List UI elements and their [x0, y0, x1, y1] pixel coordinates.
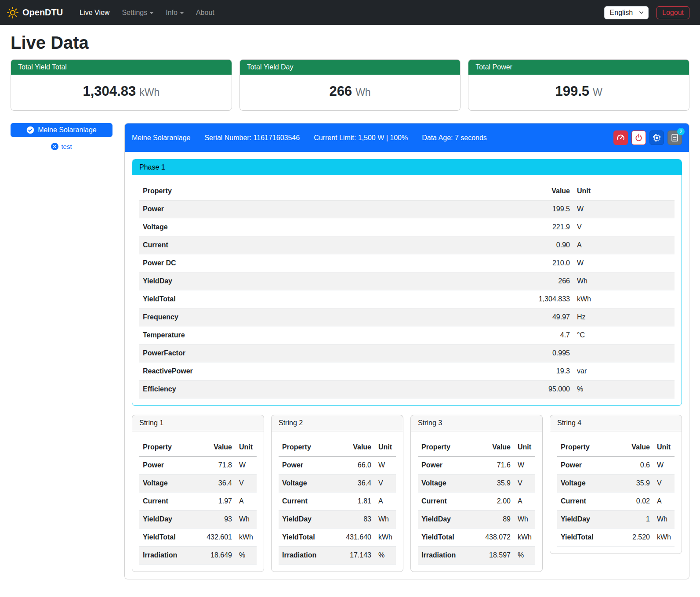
table-row: YieldDay1Wh	[557, 510, 675, 528]
row-unit: kWh	[514, 528, 535, 546]
x-circle-icon[interactable]	[51, 143, 58, 150]
row-property: Voltage	[279, 474, 342, 492]
row-unit: %	[514, 546, 535, 564]
row-property: Temperature	[139, 326, 514, 344]
table-row: Voltage36.4V	[139, 474, 257, 492]
row-unit: Wh	[514, 510, 535, 528]
summary-card-title: Total Yield Day	[240, 60, 461, 75]
row-property: Power	[139, 200, 514, 218]
row-unit: Wh	[573, 272, 675, 290]
column-header-unit: Unit	[573, 182, 675, 200]
row-property: Current	[557, 492, 622, 510]
power-settings-button[interactable]	[631, 130, 646, 145]
table-row: YieldDay93Wh	[139, 510, 257, 528]
table-row: Power71.8W	[139, 456, 257, 474]
string-card: String 1 Property Value Unit Power71.8WV…	[132, 415, 264, 572]
row-unit: kWh	[653, 528, 675, 546]
caret-down-icon	[150, 12, 153, 14]
table-row: YieldTotal2.520kWh	[557, 528, 675, 546]
row-value: 0.90	[514, 236, 573, 254]
row-property: YieldDay	[139, 272, 514, 290]
inverter-data-age: Data Age: 7 seconds	[422, 134, 487, 142]
row-value: 66.0	[342, 456, 375, 474]
language-select-value: English	[610, 9, 633, 17]
column-header-property: Property	[139, 182, 514, 200]
row-property: Current	[418, 492, 482, 510]
row-unit: A	[573, 236, 675, 254]
check-circle-icon	[26, 126, 34, 134]
inverter-card-header: Meine Solaranlage Serial Number: 1161716…	[125, 123, 689, 152]
row-unit: W	[573, 200, 675, 218]
row-property: Voltage	[139, 218, 514, 236]
column-header-property: Property	[557, 438, 622, 456]
table-row: Voltage35.9V	[418, 474, 535, 492]
journal-list-icon	[671, 134, 679, 142]
column-header-unit: Unit	[653, 438, 675, 456]
row-unit: Hz	[573, 308, 675, 326]
limit-settings-button[interactable]	[613, 130, 628, 145]
column-header-property: Property	[418, 438, 482, 456]
row-property: YieldTotal	[139, 290, 514, 308]
row-value: 36.4	[203, 474, 236, 492]
row-property: Power	[139, 456, 203, 474]
row-property: YieldDay	[418, 510, 482, 528]
strings-row: String 1 Property Value Unit Power71.8WV…	[132, 415, 682, 572]
row-property: Frequency	[139, 308, 514, 326]
summary-card-total-power: Total Power 199.5W	[468, 59, 689, 111]
table-row: Current0.02A	[557, 492, 675, 510]
row-unit: kWh	[236, 528, 257, 546]
column-header-unit: Unit	[236, 438, 257, 456]
event-log-button[interactable]: 2	[667, 130, 682, 145]
summary-unit: W	[593, 87, 602, 98]
summary-value: 199.5	[555, 83, 590, 99]
row-property: Irradiation	[279, 546, 342, 564]
device-info-button[interactable]	[649, 130, 664, 145]
row-property: Current	[279, 492, 342, 510]
table-row: Frequency49.97Hz	[139, 308, 675, 326]
row-value: 17.143	[342, 546, 375, 564]
table-row: Power66.0W	[279, 456, 396, 474]
string-card-title: String 1	[132, 415, 264, 431]
summary-unit: Wh	[355, 87, 371, 98]
inverter-list-item-test[interactable]: test	[11, 143, 112, 150]
row-property: Voltage	[557, 474, 622, 492]
inverter-select-button[interactable]: Meine Solaranlage	[11, 123, 112, 137]
table-row: Current2.00A	[418, 492, 535, 510]
inverter-limit: Current Limit: 1,500 W | 100%	[314, 134, 408, 142]
inverter-card-body: Phase 1 Property Value Unit Power199.5WV…	[125, 152, 689, 579]
row-unit: V	[375, 474, 396, 492]
summary-card-title: Total Yield Total	[11, 60, 232, 75]
row-value: 2.00	[482, 492, 514, 510]
table-header-row: Property Value Unit	[557, 438, 675, 456]
logout-button[interactable]: Logout	[656, 6, 689, 19]
string-table: Property Value Unit Power0.6WVoltage35.9…	[557, 438, 675, 546]
table-row: YieldTotal438.072kWh	[418, 528, 535, 546]
table-row: Voltage221.9V	[139, 218, 675, 236]
string-table: Property Value Unit Power66.0WVoltage36.…	[279, 438, 396, 564]
nav-item-settings[interactable]: Settings	[116, 5, 160, 20]
table-row: YieldTotal432.601kWh	[139, 528, 257, 546]
row-property: YieldTotal	[139, 528, 203, 546]
string-table: Property Value Unit Power71.6WVoltage35.…	[418, 438, 535, 564]
string-table: Property Value Unit Power71.8WVoltage36.…	[139, 438, 257, 564]
phase-table: Property Value Unit Power199.5WVoltage22…	[139, 182, 675, 398]
column-header-value: Value	[203, 438, 236, 456]
table-row: Efficiency95.000%	[139, 380, 675, 398]
row-unit: A	[375, 492, 396, 510]
string-card-title: String 3	[411, 415, 542, 431]
nav-item-about[interactable]: About	[190, 5, 221, 20]
brand-label: OpenDTU	[22, 7, 63, 18]
nav-item-info[interactable]: Info	[160, 5, 190, 20]
language-select[interactable]: English	[604, 6, 649, 19]
table-row: ReactivePower19.3var	[139, 362, 675, 380]
page-title: Live Data	[11, 32, 689, 53]
row-value: 1.81	[342, 492, 375, 510]
sun-icon	[7, 7, 18, 18]
summary-unit: kWh	[139, 87, 160, 98]
nav-item-live-view[interactable]: Live View	[73, 5, 116, 20]
row-value: 71.8	[203, 456, 236, 474]
chevron-down-icon	[639, 10, 644, 15]
brand-link[interactable]: OpenDTU	[7, 7, 63, 18]
row-property: YieldDay	[279, 510, 342, 528]
column-header-property: Property	[139, 438, 203, 456]
